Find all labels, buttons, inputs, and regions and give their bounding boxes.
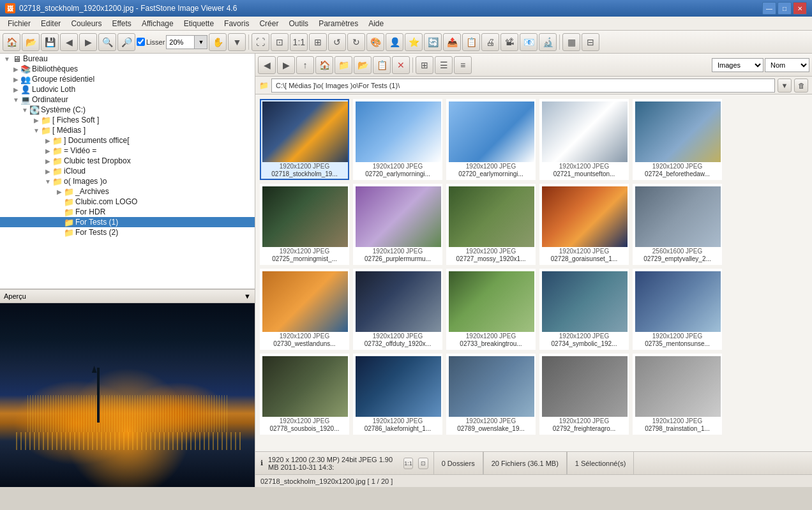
expander-bibliotheques[interactable]: ▶: [11, 64, 20, 73]
tree-item-forhdr[interactable]: ▶ 📁 For HDR: [0, 207, 255, 217]
tb-prev-page[interactable]: ◀: [60, 33, 78, 51]
tree-item-clubiclogo[interactable]: ▶ 📁 Clubic.com LOGO: [0, 197, 255, 207]
thumbnail-item-8[interactable]: 1920x1200 JPEG02727_mossy_1920x1...: [446, 184, 536, 265]
view-dropdown[interactable]: Images Détails Miniatures: [712, 58, 763, 72]
thumbnail-grid[interactable]: 1920x1200 JPEG02718_stockholm_19...1920x…: [255, 94, 812, 451]
tb-grid1[interactable]: ▦: [562, 33, 580, 51]
tree-item-clubic[interactable]: ▶ 📁 Clubic test Dropbox: [0, 156, 255, 166]
nav-copy-folder[interactable]: 📋: [373, 56, 391, 74]
thumbnail-item-7[interactable]: 1920x1200 JPEG02726_purplermurmu...: [353, 184, 442, 265]
menu-etiquette[interactable]: Etiquette: [179, 18, 219, 29]
nav-forward[interactable]: ▶: [277, 56, 295, 74]
tb-save[interactable]: 💾: [41, 33, 59, 51]
tb-print[interactable]: 🖨: [481, 33, 499, 51]
status-btn-fit[interactable]: ⊡: [418, 458, 428, 469]
thumbnail-item-15[interactable]: 1920x1200 JPEG02735_mentonsunse...: [633, 269, 722, 350]
tree-item-systeme[interactable]: ▼ 💽 Système (C:): [0, 105, 255, 115]
tree-item-bureau[interactable]: ▼ 🖥 Bureau: [0, 54, 255, 64]
tb-email[interactable]: 📧: [520, 33, 538, 51]
close-button[interactable]: ✕: [793, 2, 807, 15]
menu-fichier[interactable]: Fichier: [3, 18, 36, 29]
menu-couleurs[interactable]: Couleurs: [66, 18, 107, 29]
tb-rotate-l[interactable]: ↺: [328, 33, 346, 51]
expander-video[interactable]: ▶: [43, 146, 52, 155]
tree-item-video[interactable]: ▶ 📁 = Vidéo =: [0, 146, 255, 156]
tb-home[interactable]: 🏠: [3, 33, 20, 51]
tb-actual[interactable]: 1:1: [290, 33, 308, 51]
expander-groupe[interactable]: ▶: [11, 75, 20, 84]
thumbnail-item-1[interactable]: 1920x1200 JPEG02718_stockholm_19...: [260, 99, 349, 180]
tb-open[interactable]: 📂: [22, 33, 40, 51]
thumbnail-item-10[interactable]: 2560x1600 JPEG02729_emptyvalley_2...: [633, 184, 722, 265]
tb-star[interactable]: ⭐: [405, 33, 423, 51]
nav-details[interactable]: ≡: [454, 56, 472, 74]
tb-lens[interactable]: 🔬: [539, 33, 557, 51]
status-btn-11[interactable]: 1:1: [403, 458, 414, 469]
thumbnail-item-17[interactable]: 1920x1200 JPEG02786_lakefornight_1...: [353, 354, 442, 435]
tree-item-bibliotheques[interactable]: ▶ 📚 Bibliothèques: [0, 64, 255, 74]
tb-zoom-in[interactable]: 🔍: [98, 33, 116, 51]
file-tree[interactable]: ▼ 🖥 Bureau ▶ 📚 Bibliothèques ▶ 👥 Groupe …: [0, 54, 255, 289]
lisser-checkbox-group[interactable]: Lisser: [137, 38, 165, 46]
nav-delete[interactable]: ✕: [392, 56, 410, 74]
address-go[interactable]: ▼: [778, 79, 792, 93]
thumbnail-item-20[interactable]: 1920x1200 JPEG02798_trainstation_1...: [633, 354, 722, 435]
minimize-button[interactable]: —: [762, 2, 776, 15]
tb-fullscreen[interactable]: ⛶: [252, 33, 269, 51]
preview-dropdown-icon[interactable]: ▼: [244, 292, 251, 300]
menu-affichage[interactable]: Affichage: [137, 18, 179, 29]
expander-fiches[interactable]: ▶: [32, 116, 41, 124]
menu-outils[interactable]: Outils: [283, 18, 313, 29]
thumbnail-item-9[interactable]: 1920x1200 JPEG02728_goraisunset_1...: [539, 184, 629, 265]
tb-fit[interactable]: ⊡: [271, 33, 289, 51]
tree-item-ordinateur[interactable]: ▼ 💻 Ordinateur: [0, 94, 255, 105]
tb-share[interactable]: 📤: [443, 33, 461, 51]
tb-color[interactable]: 🎨: [366, 33, 384, 51]
thumbnail-item-4[interactable]: 1920x1200 JPEG02721_mountsefton...: [539, 99, 629, 180]
thumbnail-item-14[interactable]: 1920x1200 JPEG02734_symbolic_192...: [539, 269, 629, 350]
tree-item-fiches[interactable]: ▶ 📁 [ Fiches Soft ]: [0, 115, 255, 125]
expander-oimages[interactable]: ▼: [43, 177, 52, 186]
tb-rotate-r[interactable]: ↻: [347, 33, 365, 51]
tb-zoom-out[interactable]: 🔎: [117, 33, 135, 51]
menu-creer[interactable]: Créer: [254, 18, 283, 29]
thumbnail-item-6[interactable]: 1920x1200 JPEG02725_morningmist_...: [260, 184, 349, 265]
tree-item-medias[interactable]: ▼ 📁 [ Médias ]: [0, 125, 255, 135]
thumbnail-item-13[interactable]: 1920x1200 JPEG02733_breakingtrou...: [446, 269, 536, 350]
maximize-button[interactable]: □: [778, 2, 792, 15]
expander-ludovic[interactable]: ▶: [11, 85, 20, 94]
nav-folder[interactable]: 📁: [335, 56, 352, 74]
menu-editer[interactable]: Editer: [36, 18, 66, 29]
tree-item-docs[interactable]: ▶ 📁 ] Documents office[: [0, 135, 255, 146]
tree-item-icloud[interactable]: ▶ 📁 iCloud: [0, 166, 255, 176]
tb-hand-dropdown[interactable]: ▼: [228, 33, 246, 51]
expander-ordinateur[interactable]: ▼: [11, 95, 20, 104]
thumbnail-item-16[interactable]: 1920x1200 JPEG02778_sousbois_1920...: [260, 354, 349, 435]
expander-bureau[interactable]: ▼: [3, 54, 11, 63]
tb-next-page[interactable]: ▶: [79, 33, 97, 51]
menu-parametres[interactable]: Paramètres: [313, 18, 363, 29]
thumbnail-item-5[interactable]: 1920x1200 JPEG02724_beforethedaw...: [633, 99, 722, 180]
nav-home2[interactable]: 🏠: [315, 56, 333, 74]
nav-grid[interactable]: ⊞: [416, 56, 433, 74]
tb-grid2[interactable]: ⊟: [582, 33, 599, 51]
zoom-dropdown[interactable]: ▼: [195, 35, 207, 49]
menu-effets[interactable]: Effets: [107, 18, 136, 29]
sort-dropdown[interactable]: Nom Date Taille Type: [765, 58, 809, 72]
expander-archives[interactable]: ▶: [55, 187, 64, 196]
tree-item-fortests2[interactable]: ▶ 📁 For Tests (2): [0, 227, 255, 237]
nav-up[interactable]: ↑: [296, 56, 314, 74]
menu-favoris[interactable]: Favoris: [219, 18, 254, 29]
expander-icloud[interactable]: ▶: [43, 167, 52, 176]
lisser-checkbox[interactable]: [137, 38, 145, 46]
tb-multi[interactable]: ⊞: [309, 33, 327, 51]
thumbnail-item-19[interactable]: 1920x1200 JPEG02792_freighteragro...: [539, 354, 629, 435]
thumbnail-item-11[interactable]: 1920x1200 JPEG02730_westlanduns...: [260, 269, 349, 350]
expander-clubic[interactable]: ▶: [43, 156, 52, 165]
tree-item-groupe[interactable]: ▶ 👥 Groupe résidentiel: [0, 74, 255, 84]
nav-new-folder[interactable]: 📂: [354, 56, 372, 74]
tb-hand[interactable]: ✋: [209, 33, 227, 51]
thumbnail-item-12[interactable]: 1920x1200 JPEG02732_offduty_1920x...: [353, 269, 442, 350]
tb-copy[interactable]: 📋: [462, 33, 480, 51]
expander-medias[interactable]: ▼: [32, 126, 41, 135]
